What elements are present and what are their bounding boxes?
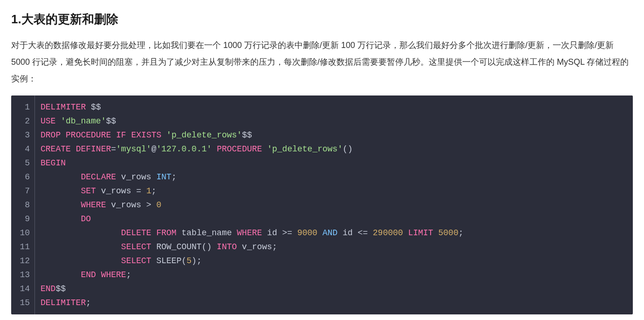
code-token: SELECT (121, 256, 151, 266)
code-token: INTO (217, 242, 237, 252)
code-token (212, 242, 217, 252)
line-number: 15 (19, 296, 30, 310)
code-token (403, 228, 408, 238)
code-token (41, 228, 121, 238)
code-token: CREATE (41, 144, 71, 154)
code-token: ) (192, 256, 197, 266)
code-token: 5000 (438, 228, 458, 238)
line-number: 14 (19, 282, 30, 296)
code-token (141, 186, 146, 196)
code-token: EXISTS (131, 130, 161, 140)
code-gutter: 123456789101112131415 (11, 95, 35, 314)
line-number: 6 (19, 170, 30, 184)
code-token (61, 130, 66, 140)
line-number: 12 (19, 254, 30, 268)
line-number: 3 (19, 128, 30, 142)
code-token: > (146, 200, 151, 210)
code-line: BEGIN (41, 156, 625, 170)
line-number: 9 (19, 212, 30, 226)
code-token: 9000 (297, 228, 317, 238)
code-line: WHERE v_rows > 0 (41, 198, 625, 212)
code-token: LIMIT (408, 228, 433, 238)
code-token: DELIMITER (41, 298, 86, 307)
line-number: 11 (19, 240, 30, 254)
code-token (161, 130, 166, 140)
code-token: v_rows (237, 242, 272, 252)
code-token: ; (171, 172, 177, 182)
code-token: 5 (186, 256, 192, 266)
code-token: $$ (86, 102, 101, 112)
code-token (433, 228, 438, 238)
code-token: ( (181, 256, 186, 266)
code-token (41, 242, 121, 252)
code-token (55, 116, 61, 126)
code-token: END (41, 284, 55, 293)
code-token: DECLARE (81, 172, 116, 182)
code-line: SET v_rows = 1; (41, 184, 625, 198)
code-token (96, 270, 101, 279)
code-token: PROCEDURE (66, 130, 111, 140)
code-line: SELECT SLEEP(5); (41, 254, 625, 268)
code-token: $$ (55, 284, 66, 293)
code-line: DO (41, 212, 625, 226)
code-line: DECLARE v_rows INT; (41, 170, 625, 184)
intro-paragraph: 对于大表的数据修改最好要分批处理，比如我们要在一个 1000 万行记录的表中删除… (11, 37, 633, 87)
code-token: id (262, 228, 282, 238)
code-token: DELIMITER (41, 102, 86, 112)
code-token: DROP (41, 130, 61, 140)
code-token: $$ (106, 116, 116, 126)
code-token (41, 172, 81, 182)
code-token: 'p_delete_rows' (166, 130, 242, 140)
code-token (368, 228, 373, 238)
line-number: 13 (19, 268, 30, 282)
code-token (292, 228, 297, 238)
code-token: 1 (146, 186, 151, 196)
code-token: DELETE (121, 228, 151, 238)
code-token: table_name (177, 228, 237, 238)
code-token (41, 186, 81, 196)
code-token: ; (459, 228, 464, 238)
code-token (41, 270, 81, 279)
code-token: $$ (242, 130, 252, 140)
code-token: <= (358, 228, 368, 238)
code-line: END$$ (41, 282, 625, 296)
code-token: () (343, 144, 353, 154)
code-line: DELIMITER; (41, 296, 625, 310)
code-token (151, 228, 157, 238)
code-token (126, 130, 131, 140)
code-token: BEGIN (41, 158, 66, 168)
code-token: WHERE (81, 200, 106, 210)
code-content: DELIMITER $$USE 'db_name'$$DROP PROCEDUR… (35, 95, 633, 314)
code-token: ; (197, 256, 202, 266)
code-line: DELETE FROM table_name WHERE id >= 9000 … (41, 226, 625, 240)
code-token: FROM (156, 228, 176, 238)
code-token (41, 214, 81, 224)
code-token: >= (282, 228, 293, 238)
code-token: ; (126, 270, 131, 279)
code-token: END (81, 270, 96, 279)
code-token: ; (272, 242, 277, 252)
code-token: WHERE (101, 270, 126, 279)
code-token (262, 144, 267, 154)
line-number: 8 (19, 198, 30, 212)
code-token: SLEEP (151, 256, 182, 266)
code-line: CREATE DEFINER='mysql'@'127.0.0.1' PROCE… (41, 142, 625, 156)
code-token: 'mysql' (116, 144, 151, 154)
code-token: v_rows (116, 172, 156, 182)
code-token: v_rows (106, 200, 146, 210)
code-token: v_rows (96, 186, 136, 196)
code-token (41, 200, 81, 210)
code-token: = (111, 144, 116, 154)
code-token: DO (81, 214, 91, 224)
code-token: 0 (156, 200, 161, 210)
line-number: 4 (19, 142, 30, 156)
section-heading: 1.大表的更新和删除 (11, 11, 633, 27)
code-token: SET (81, 186, 96, 196)
code-token: = (136, 186, 141, 196)
code-block: 123456789101112131415 DELIMITER $$USE 'd… (11, 95, 633, 314)
line-number: 7 (19, 184, 30, 198)
code-token: '127.0.0.1' (157, 144, 212, 154)
code-line: DELIMITER $$ (41, 100, 625, 114)
code-line: SELECT ROW_COUNT() INTO v_rows; (41, 240, 625, 254)
line-number: 1 (19, 100, 30, 114)
